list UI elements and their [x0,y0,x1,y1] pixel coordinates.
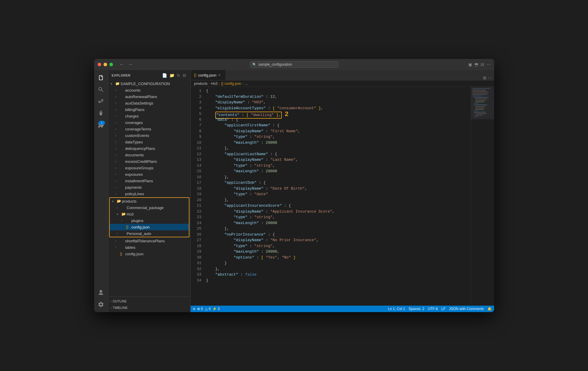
sidebar-item-exposureGroups[interactable]: › exposureGroups [108,165,190,171]
error-count: 0 [201,307,203,311]
sidebar-item-customEvents[interactable]: › customEvents [108,132,190,139]
sidebar-item-personal-auto[interactable]: › Personal_auto [110,230,189,237]
status-errors[interactable]: ⊗ 0 △ 0 [197,307,211,311]
forward-button[interactable]: → [127,61,134,68]
code-line-10: "maxLength" : 20000 [204,140,471,146]
explorer-activity-icon[interactable] [96,72,106,83]
layout-button[interactable]: ⊟ [481,62,484,67]
account-activity-icon[interactable] [96,287,106,298]
sidebar-item-policyLines[interactable]: › policyLines [108,191,190,197]
panel-toggle-button[interactable]: ⬒ [474,62,478,67]
settings-activity-icon[interactable] [96,299,106,310]
folder-icon: 📁 [115,82,121,86]
sidebar-item-coverages[interactable]: › coverages [108,119,190,126]
sidebar-toggle-button[interactable]: ▣ [468,62,472,67]
sidebar-item-accounts[interactable]: › accounts [108,87,190,93]
code-line-13: "displayName" : "Last Name", [204,157,471,163]
refresh-button[interactable]: ↻ [176,72,181,78]
outline-section[interactable]: › OUTLINE [108,298,190,304]
breadcrumb-ho3[interactable]: Ho3 [211,82,218,86]
commercial-package-label: Commercial_package [127,206,189,210]
code-line-5: "contents" : [ "dwelling" ],2 [204,111,471,117]
delinquencyPlans-label: delinquencyPlans [125,146,190,151]
code-line-2: "defaultTermDuration" : 12, [204,94,471,100]
code-line-27: "displayName" : "No Prior Insurance", [204,237,471,243]
sidebar: EXPLORER 📄 📁 ↻ ⊟ ▾ 📁 SAMPLE_CONFIGURATIO… [108,70,191,312]
sidebar-item-documents[interactable]: › documents [108,152,190,158]
shortfallTolerancePlans-label: shortfallTolerancePlans [125,239,190,243]
sidebar-item-payments[interactable]: › payments [108,184,190,191]
code-line-16: }, [204,174,471,180]
breadcrumb-config-json[interactable]: {} config.json [221,82,241,86]
extensions-activity-icon[interactable] [96,120,106,130]
breadcrumb-products[interactable]: products [194,82,208,86]
split-editor-button[interactable]: ⊞ [483,75,487,80]
titlebar-search-container: 🔍 [250,61,338,68]
more-actions-button[interactable]: ⋯ [488,75,492,80]
json-file-icon: {} [120,252,125,256]
sidebar-item-tables[interactable]: › tables [108,244,190,251]
encoding-indicator[interactable]: UTF-8 [428,307,438,311]
personal-auto-label: Personal_auto [127,231,189,236]
code-line-4: "eligibleAccountTypes" : [ "consumerAcco… [204,105,471,111]
sidebar-item-products[interactable]: ▾ 📂 products [110,198,189,204]
code-line-1: { [204,88,471,94]
config-json-label: config.json [131,225,189,229]
code-line-7: "applicantFirstName" : { [204,122,471,128]
chevron-right-icon: › [115,173,120,176]
search-activity-icon[interactable] [96,84,106,95]
debug-activity-icon[interactable] [96,108,106,118]
new-file-button[interactable]: 📄 [161,72,168,78]
code-line-9: "type" : "string", [204,134,471,140]
sidebar-item-installmentPlans[interactable]: › installmentPlans [108,178,190,184]
sidebar-item-ho3[interactable]: ▾ 📂 Ho3 [110,211,189,217]
timeline-section[interactable]: › TIMELINE [108,304,190,311]
chevron-right-icon: › [115,108,120,111]
cursor-position[interactable]: Ln 1, Col 1 [388,307,405,311]
sidebar-item-config-json[interactable]: › {} config.json [110,224,189,230]
maximize-button[interactable] [109,63,113,66]
tab-bar: {} config.json × ⊞ ⋯ [191,70,494,80]
sidebar-item-dataTypes[interactable]: › dataTypes [108,139,190,145]
minimap-svg [471,87,494,234]
titlebar-search-input[interactable] [250,61,338,68]
minimize-button[interactable] [104,63,107,66]
sidebar-item-coverageTerms[interactable]: › coverageTerms [108,126,190,132]
sidebar-item-auxDataSettings[interactable]: › auxDataSettings [108,100,190,106]
chevron-right-icon: › [115,246,120,249]
status-left: ≡ ⊗ 0 △ 0 ⚡ 0 [193,307,220,311]
tab-close-button[interactable]: × [218,73,221,77]
coverageTerms-label: coverageTerms [125,127,190,131]
breadcrumb: products › Ho3 › {} config.json › … [191,80,494,87]
root-folder[interactable]: ▾ 📁 SAMPLE_CONFIGURATION [108,80,190,87]
sidebar-item-delinquencyPlans[interactable]: › delinquencyPlans [108,145,190,152]
spaces-indicator[interactable]: Spaces: 2 [409,307,424,311]
status-remote[interactable]: ⚡ 0 [212,307,220,311]
remote-icon: ⚡ [212,307,217,311]
sidebar-item-charges[interactable]: › charges [108,113,190,119]
sidebar-item-exposures[interactable]: › exposures [108,171,190,178]
chevron-right-icon: › [115,186,120,189]
sidebar-item-excessCreditPlans[interactable]: › excessCreditPlans [108,158,190,165]
close-button[interactable] [98,63,101,66]
sidebar-item-commercial-package[interactable]: › Commercial_package [110,204,189,211]
collapse-button[interactable]: ⊟ [182,72,187,78]
notifications-bell[interactable]: 🔔 [487,307,492,311]
products-highlight-box: ▾ 📂 products › Commercial_package ▾ 📂 Ho… [109,197,189,237]
language-indicator[interactable]: JSON with Comments [449,307,484,311]
sidebar-item-root-config-json[interactable]: › {} config.json [108,251,190,257]
root-folder-label: SAMPLE_CONFIGURATION [121,82,190,86]
timeline-label: TIMELINE [113,306,128,309]
more-button[interactable]: ⋯ [487,62,491,67]
tab-config-json[interactable]: {} config.json × [191,70,226,80]
new-folder-button[interactable]: 📁 [169,72,175,78]
sidebar-item-plugins[interactable]: › plugins [110,217,189,224]
back-button[interactable]: ← [118,61,125,68]
line-ending-indicator[interactable]: LF [441,307,445,311]
sidebar-item-autoRenewalPlans[interactable]: › autoRenewalPlans [108,93,190,100]
breadcrumb-ellipsis[interactable]: … [245,82,248,86]
sidebar-item-billingPlans[interactable]: › billingPlans [108,106,190,113]
source-control-activity-icon[interactable] [96,96,106,107]
sidebar-item-shortfallTolerancePlans[interactable]: › shortfallTolerancePlans [108,238,190,244]
code-content[interactable]: { "defaultTermDuration" : 12, "displayNa… [204,87,471,306]
